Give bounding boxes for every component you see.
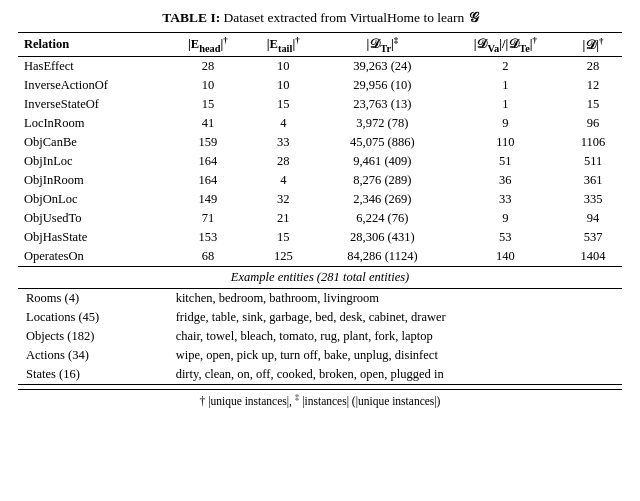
relation-cell: HasEffect bbox=[18, 56, 168, 76]
data-cell: 1404 bbox=[564, 247, 622, 267]
entity-items: kitchen, bedroom, bathroom, livingroom bbox=[168, 288, 622, 308]
main-table: Relation |Ehead|† |Etail|† |𝒟Tr|‡ |𝒟Va|/… bbox=[18, 32, 622, 385]
entity-category: Locations (45) bbox=[18, 308, 168, 327]
data-cell: 45,075 (886) bbox=[318, 133, 446, 152]
entity-category: Objects (182) bbox=[18, 327, 168, 346]
data-cell: 28 bbox=[168, 56, 249, 76]
data-cell: 10 bbox=[248, 56, 318, 76]
relation-cell: ObjUsedTo bbox=[18, 209, 168, 228]
entity-row: States (16)dirty, clean, on, off, cooked… bbox=[18, 365, 622, 385]
data-cell: 39,263 (24) bbox=[318, 56, 446, 76]
entity-items: fridge, table, sink, garbage, bed, desk,… bbox=[168, 308, 622, 327]
data-cell: 1 bbox=[447, 76, 565, 95]
table-row: InverseActionOf101029,956 (10)112 bbox=[18, 76, 622, 95]
data-cell: 21 bbox=[248, 209, 318, 228]
table-row: ObjUsedTo71216,224 (76)994 bbox=[18, 209, 622, 228]
relation-cell: ObjCanBe bbox=[18, 133, 168, 152]
footnote-text: † |unique instances|, ‡ |instances| (|un… bbox=[200, 395, 441, 407]
relation-cell: LocInRoom bbox=[18, 114, 168, 133]
data-cell: 94 bbox=[564, 209, 622, 228]
data-cell: 1106 bbox=[564, 133, 622, 152]
table-row: ObjCanBe1593345,075 (886)1101106 bbox=[18, 133, 622, 152]
entity-category: Actions (34) bbox=[18, 346, 168, 365]
entity-category: Rooms (4) bbox=[18, 288, 168, 308]
relation-cell: ObjInRoom bbox=[18, 171, 168, 190]
data-cell: 36 bbox=[447, 171, 565, 190]
data-cell: 3,972 (78) bbox=[318, 114, 446, 133]
table-row: LocInRoom4143,972 (78)996 bbox=[18, 114, 622, 133]
data-cell: 33 bbox=[248, 133, 318, 152]
data-cell: 51 bbox=[447, 152, 565, 171]
data-cell: 9,461 (409) bbox=[318, 152, 446, 171]
col-relation: Relation bbox=[18, 33, 168, 57]
entities-header: Example entities (281 total entities) bbox=[18, 266, 622, 288]
col-d: |𝒟|† bbox=[564, 33, 622, 57]
table-row: InverseStateOf151523,763 (13)115 bbox=[18, 95, 622, 114]
data-cell: 23,763 (13) bbox=[318, 95, 446, 114]
footnote: † |unique instances|, ‡ |instances| (|un… bbox=[18, 389, 622, 408]
data-cell: 15 bbox=[248, 228, 318, 247]
data-cell: 28,306 (431) bbox=[318, 228, 446, 247]
col-ehead: |Ehead|† bbox=[168, 33, 249, 57]
table-description: Dataset extracted from VirtualHome to le… bbox=[220, 10, 467, 25]
data-cell: 149 bbox=[168, 190, 249, 209]
relation-cell: InverseActionOf bbox=[18, 76, 168, 95]
data-cell: 9 bbox=[447, 209, 565, 228]
data-cell: 15 bbox=[168, 95, 249, 114]
data-cell: 164 bbox=[168, 152, 249, 171]
col-etail: |Etail|† bbox=[248, 33, 318, 57]
data-cell: 125 bbox=[248, 247, 318, 267]
col-dva-dte: |𝒟Va|/|𝒟Te|† bbox=[447, 33, 565, 57]
data-cell: 12 bbox=[564, 76, 622, 95]
table-row: OperatesOn6812584,286 (1124)1401404 bbox=[18, 247, 622, 267]
entity-row: Objects (182)chair, towel, bleach, tomat… bbox=[18, 327, 622, 346]
entity-row: Locations (45)fridge, table, sink, garba… bbox=[18, 308, 622, 327]
data-cell: 6,224 (76) bbox=[318, 209, 446, 228]
data-cell: 2 bbox=[447, 56, 565, 76]
data-cell: 84,286 (1124) bbox=[318, 247, 446, 267]
table-row: ObjInRoom16448,276 (289)36361 bbox=[18, 171, 622, 190]
table-row: HasEffect281039,263 (24)228 bbox=[18, 56, 622, 76]
data-cell: 10 bbox=[168, 76, 249, 95]
data-cell: 29,956 (10) bbox=[318, 76, 446, 95]
data-cell: 2,346 (269) bbox=[318, 190, 446, 209]
entity-category: States (16) bbox=[18, 365, 168, 385]
data-cell: 8,276 (289) bbox=[318, 171, 446, 190]
data-cell: 537 bbox=[564, 228, 622, 247]
data-cell: 335 bbox=[564, 190, 622, 209]
relation-cell: ObjHasState bbox=[18, 228, 168, 247]
data-cell: 41 bbox=[168, 114, 249, 133]
data-cell: 4 bbox=[248, 114, 318, 133]
col-dtr: |𝒟Tr|‡ bbox=[318, 33, 446, 57]
table-math: 𝒢 bbox=[468, 10, 478, 25]
table-row: ObjOnLoc149322,346 (269)33335 bbox=[18, 190, 622, 209]
data-cell: 361 bbox=[564, 171, 622, 190]
data-cell: 10 bbox=[248, 76, 318, 95]
data-cell: 15 bbox=[564, 95, 622, 114]
entity-items: chair, towel, bleach, tomato, rug, plant… bbox=[168, 327, 622, 346]
data-cell: 9 bbox=[447, 114, 565, 133]
data-cell: 110 bbox=[447, 133, 565, 152]
data-cell: 15 bbox=[248, 95, 318, 114]
data-cell: 140 bbox=[447, 247, 565, 267]
relation-cell: ObjOnLoc bbox=[18, 190, 168, 209]
data-cell: 71 bbox=[168, 209, 249, 228]
entities-divider-row: Example entities (281 total entities) bbox=[18, 266, 622, 288]
table-title: TABLE I: Dataset extracted from VirtualH… bbox=[18, 10, 622, 26]
data-cell: 1 bbox=[447, 95, 565, 114]
data-cell: 28 bbox=[248, 152, 318, 171]
data-cell: 159 bbox=[168, 133, 249, 152]
data-cell: 32 bbox=[248, 190, 318, 209]
entity-items: dirty, clean, on, off, cooked, broken, o… bbox=[168, 365, 622, 385]
table-row: ObjInLoc164289,461 (409)51511 bbox=[18, 152, 622, 171]
table-label: TABLE I: bbox=[162, 10, 220, 25]
data-cell: 164 bbox=[168, 171, 249, 190]
header-row: Relation |Ehead|† |Etail|† |𝒟Tr|‡ |𝒟Va|/… bbox=[18, 33, 622, 57]
table-row: ObjHasState1531528,306 (431)53537 bbox=[18, 228, 622, 247]
relation-cell: InverseStateOf bbox=[18, 95, 168, 114]
data-cell: 33 bbox=[447, 190, 565, 209]
data-cell: 511 bbox=[564, 152, 622, 171]
entity-items: wipe, open, pick up, turn off, bake, unp… bbox=[168, 346, 622, 365]
data-cell: 53 bbox=[447, 228, 565, 247]
data-cell: 153 bbox=[168, 228, 249, 247]
